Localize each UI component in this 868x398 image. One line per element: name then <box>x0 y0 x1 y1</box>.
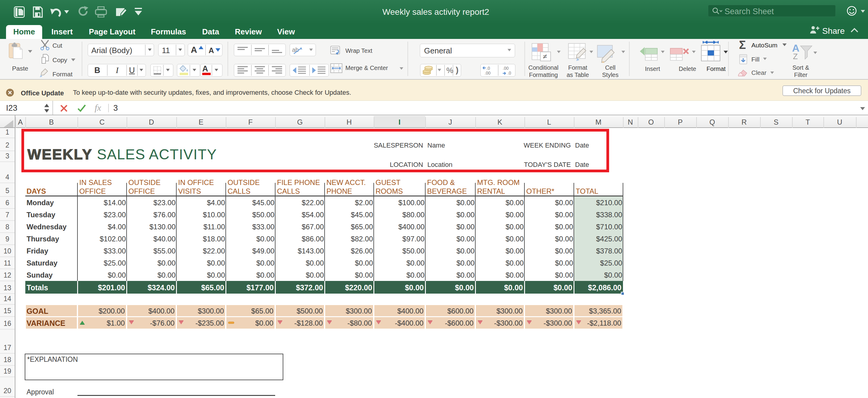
svg-text:≠: ≠ <box>543 52 547 61</box>
svg-text:.00: .00 <box>503 66 509 70</box>
svg-text:.0: .0 <box>507 70 511 76</box>
svg-text:Z: Z <box>793 52 798 61</box>
svg-text:.0: .0 <box>487 66 490 70</box>
svg-text:.00: .00 <box>485 70 491 76</box>
